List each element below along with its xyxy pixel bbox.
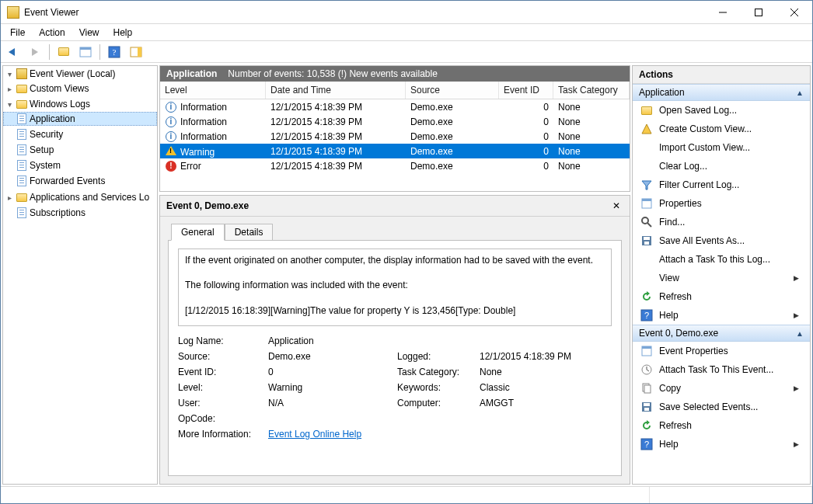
tree-security[interactable]: Security <box>30 129 63 140</box>
tab-general[interactable]: General <box>171 224 225 241</box>
action-label: Copy <box>659 383 681 394</box>
val-keywords: Classic <box>480 382 612 393</box>
actions-section-application[interactable]: Application▲ <box>633 84 810 101</box>
menu-action[interactable]: Action <box>33 26 71 40</box>
action-copy[interactable]: Copy▶ <box>633 379 810 398</box>
actions-section-event[interactable]: Event 0, Demo.exe▲ <box>633 325 810 342</box>
grid-body[interactable]: iInformation12/1/2015 4:18:39 PMDemo.exe… <box>160 99 630 191</box>
action-label: Filter Current Log... <box>659 179 739 190</box>
action-filter-current-log[interactable]: Filter Current Log... <box>633 176 810 194</box>
action-help[interactable]: ?Help▶ <box>633 306 810 325</box>
action-icon <box>640 141 653 154</box>
expand-icon[interactable]: ▸ <box>5 193 14 202</box>
table-row[interactable]: Warning12/1/2015 4:18:39 PMDemo.exe0None <box>160 144 630 158</box>
nav-tree[interactable]: ▾Event Viewer (Local) ▸Custom Views ▾Win… <box>2 65 158 485</box>
action-properties[interactable]: Properties <box>633 194 810 213</box>
menu-help[interactable]: Help <box>107 26 139 40</box>
tree-windows-logs[interactable]: Windows Logs <box>30 99 90 109</box>
menu-bar: File Action View Help <box>1 24 812 41</box>
back-button[interactable] <box>4 43 23 61</box>
desc-line: [1/12/2015 16:18:39][Warning]The value f… <box>185 304 605 317</box>
val-taskcat: None <box>480 367 612 377</box>
svg-text:?: ? <box>113 47 117 57</box>
action-icon <box>640 123 653 135</box>
action-attach-task-to-this-event[interactable]: Attach Task To This Event... <box>633 360 810 379</box>
maximize-button[interactable] <box>741 1 776 23</box>
col-taskcat[interactable]: Task Category <box>553 82 630 99</box>
col-source[interactable]: Source <box>406 82 499 99</box>
lbl-level: Level: <box>178 382 263 393</box>
properties-icon <box>79 47 92 57</box>
action-icon <box>640 216 653 228</box>
forward-button[interactable] <box>26 43 44 61</box>
action-event-properties[interactable]: Event Properties <box>633 342 810 360</box>
action-icon <box>640 253 653 266</box>
lbl-user: User: <box>178 398 263 408</box>
action-label: Refresh <box>659 291 692 302</box>
action-refresh[interactable]: Refresh <box>633 287 810 306</box>
help-toolbar-button[interactable]: ? <box>105 43 124 61</box>
action-import-custom-view[interactable]: Import Custom View... <box>633 138 810 157</box>
table-row[interactable]: iInformation12/1/2015 4:18:39 PMDemo.exe… <box>160 114 630 129</box>
table-row[interactable]: iInformation12/1/2015 4:18:39 PMDemo.exe… <box>160 99 630 114</box>
action-label: Attach Task To This Event... <box>659 364 773 375</box>
col-level[interactable]: Level <box>160 82 266 99</box>
tree-root[interactable]: Event Viewer (Local) <box>30 68 116 79</box>
collapse-icon[interactable]: ▾ <box>5 70 14 78</box>
action-icon <box>640 160 653 172</box>
show-action-pane-button[interactable] <box>127 43 145 61</box>
close-button[interactable] <box>776 1 812 23</box>
col-eventid[interactable]: Event ID <box>499 82 553 99</box>
table-row[interactable]: iInformation12/1/2015 4:18:39 PMDemo.exe… <box>160 129 630 144</box>
grid-header: Level Date and Time Source Event ID Task… <box>160 82 630 99</box>
event-list-pane: Application Number of events: 10,538 (!)… <box>159 65 630 192</box>
show-hide-tree-button[interactable] <box>54 43 73 61</box>
menu-file[interactable]: File <box>4 26 31 40</box>
svg-rect-20 <box>644 242 649 245</box>
action-find[interactable]: Find... <box>633 213 810 231</box>
event-properties-grid: Log Name:Application Source:Demo.exe Log… <box>178 335 612 440</box>
subscriptions-icon <box>17 207 26 218</box>
lbl-source: Source: <box>178 351 263 362</box>
action-help[interactable]: ?Help▶ <box>633 435 810 454</box>
tree-setup[interactable]: Setup <box>30 144 54 155</box>
minimize-button[interactable] <box>705 1 741 23</box>
tree-application[interactable]: Application <box>30 113 75 124</box>
properties-icon-button[interactable] <box>76 43 95 61</box>
close-detail-button[interactable]: ✕ <box>609 199 623 213</box>
tree-apps-services[interactable]: Applications and Services Lo <box>30 192 149 203</box>
event-count: Number of events: 10,538 (!) New events … <box>228 68 437 79</box>
action-label: Import Custom View... <box>659 142 750 153</box>
action-create-custom-view[interactable]: Create Custom View... <box>633 120 810 138</box>
action-icon <box>640 419 653 432</box>
event-description[interactable]: If the event originated on another compu… <box>178 249 612 326</box>
chevron-up-icon: ▲ <box>796 89 804 97</box>
action-save-all-events-as[interactable]: Save All Events As... <box>633 231 810 250</box>
action-open-saved-log[interactable]: Open Saved Log... <box>633 101 810 120</box>
action-view[interactable]: View▶ <box>633 269 810 287</box>
tree-custom-views[interactable]: Custom Views <box>30 83 89 94</box>
action-save-selected-events[interactable]: Save Selected Events... <box>633 398 810 416</box>
log-icon <box>17 144 26 155</box>
tab-details[interactable]: Details <box>225 224 274 241</box>
svg-rect-32 <box>644 408 649 411</box>
menu-view[interactable]: View <box>73 26 106 40</box>
action-icon <box>640 382 653 395</box>
collapse-icon[interactable]: ▾ <box>5 100 14 109</box>
action-label: Clear Log... <box>659 161 707 172</box>
action-clear-log[interactable]: Clear Log... <box>633 157 810 176</box>
expand-icon[interactable]: ▸ <box>5 85 14 93</box>
tree-subscriptions[interactable]: Subscriptions <box>30 207 85 218</box>
svg-rect-24 <box>642 346 651 349</box>
action-refresh[interactable]: Refresh <box>633 416 810 435</box>
svg-marker-4 <box>9 48 15 56</box>
table-row[interactable]: !Error12/1/2015 4:18:39 PMDemo.exe0None <box>160 158 630 173</box>
action-label: Attach a Task To this Log... <box>659 254 770 265</box>
val-user: N/A <box>268 398 393 408</box>
col-date[interactable]: Date and Time <box>266 82 406 99</box>
action-attach-a-task-to-this-log[interactable]: Attach a Task To this Log... <box>633 250 810 269</box>
lbl-logged: Logged: <box>397 351 475 362</box>
link-event-log-online-help[interactable]: Event Log Online Help <box>268 429 361 440</box>
tree-forwarded[interactable]: Forwarded Events <box>30 176 105 186</box>
tree-system[interactable]: System <box>30 160 61 171</box>
